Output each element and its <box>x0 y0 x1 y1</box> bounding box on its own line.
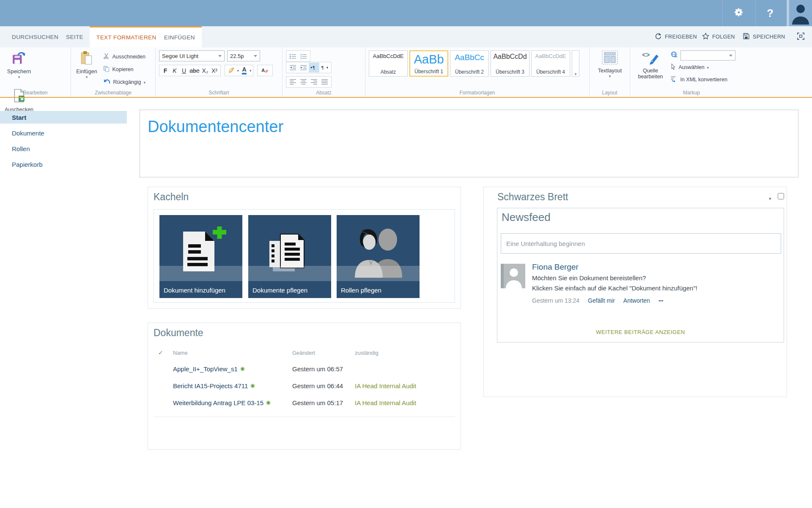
settings-button[interactable] <box>726 0 752 26</box>
style-ueberschrift-3[interactable]: AaBbCcDd Überschrift 3 <box>491 50 529 77</box>
folgen-button[interactable]: FOLGEN <box>702 26 735 47</box>
style-ueberschrift-1[interactable]: AaBb Überschrift 1 <box>409 50 448 77</box>
tile-rollen-pflegen[interactable]: Rollen pflegen <box>337 215 420 298</box>
focus-icon <box>797 32 805 41</box>
paste-icon <box>80 50 94 67</box>
rueckgaengig-button[interactable]: Rückgängig ▾ <box>103 77 145 88</box>
kacheln-webpart: Kacheln Dokument hinzufügen <box>148 187 461 309</box>
font-color-button[interactable]: A <box>239 66 250 75</box>
star-icon <box>702 33 709 41</box>
strikethrough-button[interactable]: abe <box>189 67 200 74</box>
justify-button[interactable] <box>319 77 330 87</box>
rtl-paragraph-button[interactable]: ¶ <box>319 63 330 72</box>
auswaehlen-button[interactable]: Auswählen ▾ <box>671 62 735 73</box>
font-size-select[interactable]: 22.5p <box>227 50 260 61</box>
sidebar-item-start[interactable]: Start <box>0 111 127 124</box>
ribbon-bottom-rule <box>0 97 812 98</box>
column-header-name[interactable]: Name <box>173 350 188 356</box>
bold-button[interactable]: F <box>161 67 170 74</box>
tab-text-formatieren[interactable]: TEXT FORMATIEREN <box>90 26 163 47</box>
align-left-button[interactable] <box>288 77 298 87</box>
gear-icon <box>734 7 744 19</box>
copy-icon <box>103 66 110 73</box>
like-button[interactable]: Gefällt mir <box>588 297 615 304</box>
align-center-button[interactable] <box>298 77 309 87</box>
sidebar-item-dokumente[interactable]: Dokumente <box>0 127 127 139</box>
ribbon-group-schriftart: Segoe UI Light 22.5p F K U abe X₂ X² ▾ <box>156 47 283 97</box>
ribbon-group-bearbeiten: Speichern ▾ Auschecken ▾ Bearbeiten <box>0 47 71 97</box>
superscript-button[interactable]: X² <box>210 67 219 74</box>
reply-button[interactable]: Antworten <box>623 297 650 304</box>
tab-durchsuchen[interactable]: DURCHSUCHEN <box>5 26 65 47</box>
svg-text:¶: ¶ <box>313 65 315 70</box>
align-right-button[interactable] <box>309 77 319 87</box>
style-absatz[interactable]: AaBbCcDdE Absatz <box>369 50 408 77</box>
ltr-paragraph-button[interactable]: ¶ <box>309 63 319 72</box>
document-link[interactable]: Weiterbildung Antrag LPE 03-15 <box>173 399 271 406</box>
italic-button[interactable]: K <box>170 67 179 74</box>
user-avatar[interactable] <box>787 0 812 26</box>
chevron-down-icon: ▾ <box>86 75 88 79</box>
style-ueberschrift-2[interactable]: AaBbCc Überschrift 2 <box>450 50 489 77</box>
document-link[interactable]: Bericht IA15-Projects 4711 <box>173 382 255 389</box>
tile-dokumente-pflegen[interactable]: Dokumente pflegen <box>248 215 331 298</box>
list-bottom-rule <box>154 417 455 417</box>
increase-indent-button[interactable] <box>298 63 309 72</box>
new-item-icon <box>266 400 271 405</box>
avatar-person-icon <box>501 264 525 288</box>
language-icon: A <box>671 51 678 60</box>
focus-mode-button[interactable] <box>797 26 805 47</box>
quelle-bearbeiten-button[interactable]: <> Quelle bearbeiten <box>634 50 667 88</box>
document-link[interactable]: Apple_II+_TopView_s1 <box>173 365 245 373</box>
tab-einfuegen[interactable]: EINFÜGEN <box>157 26 202 47</box>
post-avatar <box>501 264 525 290</box>
textlayout-button[interactable]: Textlayout ▾ <box>593 50 627 88</box>
svg-text:A: A <box>675 54 678 58</box>
chevron-down-icon: ▾ <box>575 72 577 76</box>
clear-format-button[interactable]: A <box>260 66 270 75</box>
svg-text:3: 3 <box>300 58 302 59</box>
underline-button[interactable]: U <box>179 67 189 74</box>
more-actions-button[interactable]: ••• <box>658 298 664 303</box>
page-title-edit-region[interactable]: Dokumentencenter <box>140 110 798 177</box>
in-xml-konvertieren-button[interactable]: In XML konvertieren <box>671 74 735 85</box>
webpart-menu-button[interactable]: ▾ <box>769 196 771 201</box>
column-header-geaendert[interactable]: Geändert <box>292 350 315 356</box>
suite-bar: ? <box>0 0 812 26</box>
bullet-list-button[interactable] <box>288 51 298 61</box>
post-author-link[interactable]: Fiona Berger <box>532 262 579 272</box>
document-owner-link[interactable]: IA Head Internal Audit <box>355 399 416 406</box>
language-select[interactable] <box>680 50 735 61</box>
help-button[interactable]: ? <box>757 0 783 26</box>
new-item-icon <box>250 384 255 388</box>
speichern-button[interactable]: Speichern ▾ <box>3 50 35 88</box>
subscript-button[interactable]: X₂ <box>200 67 210 74</box>
kopieren-button[interactable]: Kopieren <box>103 64 145 75</box>
ausschneiden-button[interactable]: Ausschneiden <box>103 51 145 62</box>
decrease-indent-button[interactable] <box>288 63 298 72</box>
more-posts-link[interactable]: WEITERE BEITRÄGE ANZEIGEN <box>497 329 784 335</box>
select-all-checkmark[interactable]: ✓ <box>158 349 163 356</box>
document-owner-link[interactable]: IA Head Internal Audit <box>355 382 416 389</box>
sidebar-item-rollen[interactable]: Rollen <box>0 142 127 155</box>
xml-convert-icon <box>671 76 678 83</box>
scissors-icon <box>103 53 110 61</box>
chevron-down-icon: ▾ <box>18 75 20 79</box>
newsfeed-composer-input[interactable] <box>501 233 781 254</box>
speichern-quick-button[interactable]: SPEICHERN <box>743 26 785 47</box>
highlight-color-button[interactable] <box>226 66 237 75</box>
sidebar-item-papierkorb[interactable]: Papierkorb <box>0 158 127 171</box>
tab-seite[interactable]: SEITE <box>59 26 90 47</box>
webpart-select-checkbox[interactable] <box>778 193 784 199</box>
einfuegen-button[interactable]: Einfügen ▾ <box>74 50 99 88</box>
chevron-down-icon <box>254 55 257 57</box>
style-ueberschrift-4[interactable]: AaBbCcDdE Überschrift 4 <box>531 50 570 77</box>
freigeben-button[interactable]: FREIGEBEN <box>655 26 697 47</box>
chevron-down-icon <box>218 55 222 57</box>
styles-more-button[interactable]: ▾ <box>572 50 579 77</box>
font-name-select[interactable]: Segoe UI Light <box>159 50 225 61</box>
column-header-zustaendig[interactable]: zuständig <box>355 350 379 356</box>
tile-dokument-hinzufuegen[interactable]: Dokument hinzufügen <box>159 215 242 298</box>
numbered-list-button[interactable]: 123 <box>298 51 309 61</box>
ribbon-group-zwischenablage: Einfügen ▾ Ausschneiden Kopieren Rückg <box>71 47 156 97</box>
